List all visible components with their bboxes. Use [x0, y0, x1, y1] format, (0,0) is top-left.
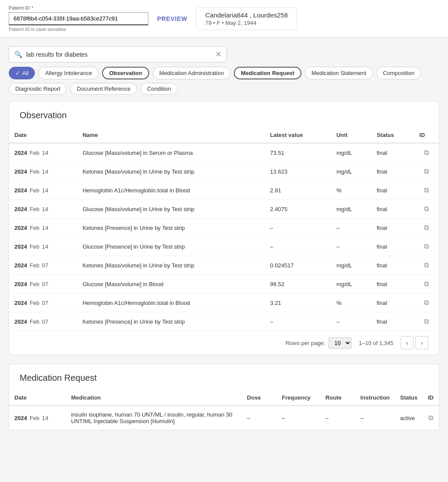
table-row: 2024 Feb 14 Glucose [Presence] in Urine … — [9, 237, 439, 256]
obs-name: Ketones [Mass/volume] in Urine by Test s… — [77, 256, 265, 275]
obs-id-copy[interactable]: ⧉ — [414, 143, 439, 162]
search-input[interactable] — [26, 51, 212, 58]
obs-status: final — [371, 200, 414, 219]
rows-per-page-select[interactable]: 10 25 50 — [328, 337, 352, 349]
med-medication: insulin isophane, human 70 UNT/ML / insu… — [66, 406, 242, 430]
obs-status: final — [371, 256, 414, 275]
search-clear-button[interactable]: ✕ — [215, 50, 221, 58]
obs-name: Hemoglobin A1c/Hemoglobin.total in Blood — [77, 181, 265, 200]
med-frequency: – — [277, 406, 320, 430]
obs-status: final — [371, 162, 414, 181]
med-dose: – — [242, 406, 277, 430]
medication-request-table: Date Medication Dose Frequency Route Ins… — [9, 390, 439, 430]
med-id-copy[interactable]: ⧉ — [423, 406, 439, 430]
copy-icon[interactable]: ⧉ — [419, 280, 434, 288]
obs-id-copy[interactable]: ⧉ — [414, 162, 439, 181]
copy-icon[interactable]: ⧉ — [428, 414, 434, 422]
obs-id-copy[interactable]: ⧉ — [414, 237, 439, 256]
table-row: 2024 Feb 07 Ketones [Presence] in Urine … — [9, 312, 439, 331]
obs-id-copy[interactable]: ⧉ — [414, 275, 439, 294]
patient-id-input[interactable] — [9, 12, 148, 25]
medication-request-section: Medication Request Date Medication Dose … — [9, 364, 439, 430]
obs-status: final — [371, 219, 414, 237]
obs-date: 2024 Feb 07 — [9, 275, 77, 294]
filter-condition[interactable]: Condition — [140, 83, 178, 95]
search-box: 🔍 ✕ — [9, 46, 227, 62]
filter-medication-administration[interactable]: Medication Administration — [153, 67, 230, 79]
obs-value: 13.623 — [265, 162, 331, 181]
obs-col-date: Date — [9, 127, 77, 143]
rows-per-page-label: Rows per page: — [285, 340, 325, 346]
filter-observation[interactable]: Observation — [102, 67, 149, 79]
med-col-id: ID — [423, 390, 439, 406]
obs-name: Ketones [Presence] in Urine by Test stri… — [77, 219, 265, 237]
filter-medication-request[interactable]: Medication Request — [234, 67, 301, 79]
obs-date: 2024 Feb 07 — [9, 256, 77, 275]
content-area: Observation Date Name Latest value Unit … — [0, 101, 448, 448]
obs-id-copy[interactable]: ⧉ — [414, 219, 439, 237]
obs-date: 2024 Feb 14 — [9, 219, 77, 237]
copy-icon[interactable]: ⧉ — [419, 205, 434, 213]
obs-id-copy[interactable]: ⧉ — [414, 181, 439, 200]
patient-id-section: Patient ID * Patient ID is case sensitiv… — [9, 5, 148, 32]
table-row: 2024 Feb 07 Ketones [Mass/volume] in Uri… — [9, 256, 439, 275]
obs-unit: % — [331, 181, 371, 200]
obs-name: Hemoglobin A1c/Hemoglobin.total in Blood — [77, 294, 265, 312]
obs-name: Glucose [Mass/volume] in Blood — [77, 275, 265, 294]
observation-section: Observation Date Name Latest value Unit … — [9, 101, 439, 355]
copy-icon[interactable]: ⧉ — [419, 243, 434, 250]
table-row: 2024 Feb 14 Glucose [Mass/volume] in Uri… — [9, 200, 439, 219]
page-nav: ‹ › — [400, 336, 428, 349]
table-row: 2024 Feb 07 Glucose [Mass/volume] in Blo… — [9, 275, 439, 294]
obs-col-name: Name — [77, 127, 265, 143]
observation-pagination: Rows per page: 10 25 50 1–10 of 1,345 ‹ … — [9, 331, 439, 355]
filter-all[interactable]: ✓ All — [9, 67, 35, 79]
obs-status: final — [371, 294, 414, 312]
obs-id-copy[interactable]: ⧉ — [414, 312, 439, 331]
filter-allergy-intolerance[interactable]: Allergy Intolerance — [38, 67, 99, 79]
patient-meta: 79 • F • May 2, 1944 — [205, 20, 287, 26]
obs-name: Glucose [Mass/volume] in Serum or Plasma — [77, 143, 265, 162]
copy-icon[interactable]: ⧉ — [419, 261, 434, 269]
obs-status: final — [371, 275, 414, 294]
copy-icon[interactable]: ⧉ — [419, 186, 434, 194]
obs-id-copy[interactable]: ⧉ — [414, 200, 439, 219]
obs-status: final — [371, 312, 414, 331]
obs-value: 73.51 — [265, 143, 331, 162]
filter-diagnostic-report[interactable]: Diagnostic Report — [9, 83, 67, 95]
obs-status: final — [371, 237, 414, 256]
obs-unit: mg/dL — [331, 200, 371, 219]
table-row: 2024 Feb 14 Ketones [Presence] in Urine … — [9, 219, 439, 237]
obs-value: – — [265, 237, 331, 256]
obs-value: 99.52 — [265, 275, 331, 294]
observation-title: Observation — [9, 102, 439, 127]
prev-page-button[interactable]: ‹ — [400, 336, 414, 349]
obs-unit: % — [331, 294, 371, 312]
copy-icon[interactable]: ⧉ — [419, 168, 434, 175]
obs-name: Ketones [Presence] in Urine by Test stri… — [77, 312, 265, 331]
obs-id-copy[interactable]: ⧉ — [414, 294, 439, 312]
filter-document-reference[interactable]: Document Reference — [70, 83, 137, 95]
obs-value: 0.024517 — [265, 256, 331, 275]
observation-table: Date Name Latest value Unit Status ID 20… — [9, 127, 439, 331]
med-date: 2024 Feb 14 — [9, 406, 66, 430]
patient-info-card: Candelaria844 , Lourdes258 79 • F • May … — [196, 7, 297, 30]
filter-composition[interactable]: Composition — [376, 67, 421, 79]
obs-status: final — [371, 181, 414, 200]
copy-icon[interactable]: ⧉ — [419, 149, 434, 157]
obs-id-copy[interactable]: ⧉ — [414, 256, 439, 275]
copy-icon[interactable]: ⧉ — [419, 224, 434, 232]
med-col-status: Status — [395, 390, 423, 406]
obs-name: Ketones [Mass/volume] in Urine by Test s… — [77, 162, 265, 181]
preview-button[interactable]: PREVIEW — [157, 15, 187, 22]
obs-unit: – — [331, 237, 371, 256]
copy-icon[interactable]: ⧉ — [419, 299, 434, 307]
copy-icon[interactable]: ⧉ — [419, 318, 434, 325]
obs-value: 2.4075 — [265, 200, 331, 219]
obs-name: Glucose [Presence] in Urine by Test stri… — [77, 237, 265, 256]
filter-medication-statement[interactable]: Medication Statement — [305, 67, 373, 79]
patient-name: Candelaria844 , Lourdes258 — [205, 11, 287, 19]
obs-date: 2024 Feb 07 — [9, 312, 77, 331]
page-info: 1–10 of 1,345 — [359, 340, 393, 346]
next-page-button[interactable]: › — [415, 336, 428, 349]
